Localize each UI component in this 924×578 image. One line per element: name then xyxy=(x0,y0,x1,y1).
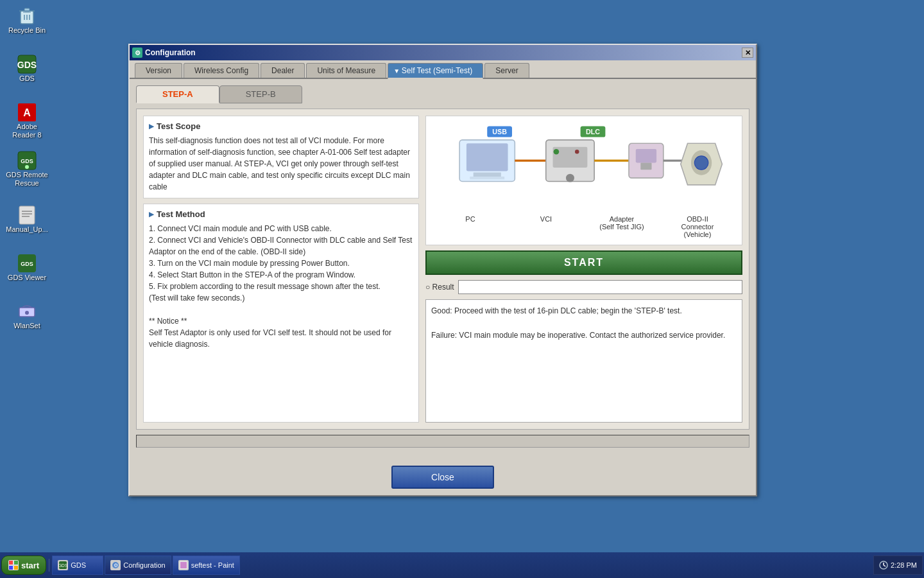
svg-text:↑: ↑ xyxy=(498,127,501,134)
left-panel: Test Scope This self-diagnosis function … xyxy=(143,116,419,423)
svg-point-31 xyxy=(554,149,560,155)
svg-rect-41 xyxy=(14,561,18,565)
diagram-labels: PC VCI Adapter(Self Test JIG) OBD-IIConn… xyxy=(432,215,735,238)
clock-icon xyxy=(879,561,888,570)
tab-version[interactable]: Version xyxy=(135,63,182,78)
gds-viewer-label: GDS Viewer xyxy=(8,274,46,282)
diagram-label-vci: VCI xyxy=(517,215,575,238)
svg-text:A: A xyxy=(23,107,31,118)
diagram-label-obd: OBD-IIConnector(Vehicle) xyxy=(669,215,726,238)
gds-remote-label: GDS Remote Rescue xyxy=(6,171,48,188)
test-scope-body: This self-diagnosis function does not te… xyxy=(149,135,413,193)
test-method-body: 1. Connect VCI main module and PC with U… xyxy=(149,223,413,350)
svg-point-9 xyxy=(25,165,29,169)
gds-icon: GDS xyxy=(17,54,37,74)
tab-strip: Version Wireless Config Dealer Units of … xyxy=(130,60,756,79)
start-label: start xyxy=(21,561,39,570)
clock-time: 2:28 PM xyxy=(891,561,917,569)
svg-point-30 xyxy=(566,174,574,182)
manual-icon xyxy=(17,205,37,225)
start-button[interactable]: START xyxy=(425,250,742,275)
close-window-button[interactable]: ✕ xyxy=(742,48,753,58)
svg-text:GDS: GDS xyxy=(21,158,33,164)
test-method-section: Test Method 1. Connect VCI main module a… xyxy=(143,204,419,423)
diagram-area: USB ↑ DLC xyxy=(425,116,742,245)
result-input[interactable] xyxy=(458,280,742,294)
desktop-icon-adobe[interactable]: A Adobe Reader 8 xyxy=(3,100,51,142)
desktop: Recycle Bin GDS GDS A Adobe Reader 8 GDS… xyxy=(0,0,924,552)
svg-rect-40 xyxy=(9,561,13,565)
close-button-row: Close xyxy=(130,459,756,495)
tab-dealer[interactable]: Dealer xyxy=(261,63,305,78)
tab-wireless-config[interactable]: Wireless Config xyxy=(184,63,259,78)
test-scope-section: Test Scope This self-diagnosis function … xyxy=(143,116,419,198)
content-area: Test Scope This self-diagnosis function … xyxy=(136,109,749,430)
svg-rect-42 xyxy=(9,566,13,570)
gds-task-icon: GDS xyxy=(58,560,68,570)
gds-label: GDS xyxy=(19,74,35,83)
svg-point-32 xyxy=(575,150,579,153)
desktop-icon-manual[interactable]: Manual_Up... xyxy=(3,202,51,236)
svg-rect-24 xyxy=(466,143,508,171)
svg-text:⚙: ⚙ xyxy=(114,563,118,568)
desktop-icon-recycle-bin[interactable]: Recycle Bin xyxy=(3,3,51,37)
window-icon: ⚙ xyxy=(132,48,142,58)
result-text-area: Good: Proceed with the test of 16-pin DL… xyxy=(425,299,742,423)
windows-logo xyxy=(8,560,19,570)
result-row: ○ Result xyxy=(425,280,742,294)
tab-self-test[interactable]: Self Test (Semi-Test) xyxy=(388,63,483,79)
diagram-label-pc: PC xyxy=(441,215,499,238)
tab-server[interactable]: Server xyxy=(484,63,529,78)
gds-remote-icon: GDS xyxy=(17,150,37,171)
svg-point-39 xyxy=(694,156,708,170)
svg-rect-36 xyxy=(640,162,651,170)
svg-rect-49 xyxy=(180,562,187,568)
sub-tab-step-b[interactable]: STEP-B xyxy=(219,85,302,103)
close-button[interactable]: Close xyxy=(391,466,494,489)
svg-text:GDS: GDS xyxy=(21,261,33,267)
taskbar: start GDS GDS ⚙ Configuration seftest - … xyxy=(0,552,924,578)
seftest-task-icon xyxy=(178,560,189,570)
right-panel: USB ↑ DLC xyxy=(425,116,742,423)
progress-bar xyxy=(136,435,749,448)
svg-text:DLC: DLC xyxy=(586,128,600,136)
svg-rect-25 xyxy=(474,173,501,177)
test-method-title: Test Method xyxy=(149,209,413,219)
svg-line-52 xyxy=(884,565,886,566)
svg-text:GDS: GDS xyxy=(17,60,37,70)
connection-diagram: USB ↑ DLC xyxy=(432,123,735,213)
manual-label: Manual_Up... xyxy=(6,225,47,234)
start-menu-button[interactable]: start xyxy=(1,556,46,575)
desktop-icon-wlanset[interactable]: WlanSet xyxy=(3,299,51,333)
taskbar-item-seftest[interactable]: seftest - Paint xyxy=(173,556,240,575)
desktop-icon-gds[interactable]: GDS GDS xyxy=(3,51,51,85)
adobe-icon: A xyxy=(17,102,37,123)
window-content: STEP-A STEP-B Test Scope This self-diagn… xyxy=(130,79,756,459)
window-title: Configuration xyxy=(145,48,742,57)
taskbar-item-gds[interactable]: GDS GDS xyxy=(52,556,103,575)
svg-text:GDS: GDS xyxy=(58,563,67,568)
gds-viewer-icon: GDS xyxy=(17,253,37,274)
desktop-icon-gds-viewer[interactable]: GDS GDS Viewer xyxy=(3,250,51,285)
taskbar-separator-1 xyxy=(49,559,49,572)
configuration-window: ⚙ Configuration ✕ Version Wireless Confi… xyxy=(128,44,757,496)
sub-tab-step-a[interactable]: STEP-A xyxy=(136,85,219,103)
recycle-bin-icon xyxy=(17,6,37,26)
adobe-label: Adobe Reader 8 xyxy=(6,123,48,139)
window-titlebar: ⚙ Configuration ✕ xyxy=(130,45,756,60)
test-scope-title: Test Scope xyxy=(149,121,413,131)
svg-rect-43 xyxy=(14,566,18,570)
desktop-icon-gds-remote[interactable]: GDS GDS Remote Rescue xyxy=(3,148,51,190)
svg-rect-10 xyxy=(19,206,35,224)
svg-point-17 xyxy=(25,311,29,315)
sub-tab-strip: STEP-A STEP-B xyxy=(136,85,749,103)
recycle-bin-label: Recycle Bin xyxy=(8,26,46,35)
config-task-label: Configuration xyxy=(123,561,165,569)
diagram-label-adapter: Adapter(Self Test JIG) xyxy=(593,215,651,238)
svg-rect-26 xyxy=(470,177,504,179)
tab-units-measure[interactable]: Units of Measure xyxy=(306,63,386,78)
taskbar-clock: 2:28 PM xyxy=(873,556,923,575)
svg-rect-35 xyxy=(636,149,656,163)
taskbar-item-config[interactable]: ⚙ Configuration xyxy=(105,556,171,575)
gds-task-label: GDS xyxy=(71,561,86,569)
